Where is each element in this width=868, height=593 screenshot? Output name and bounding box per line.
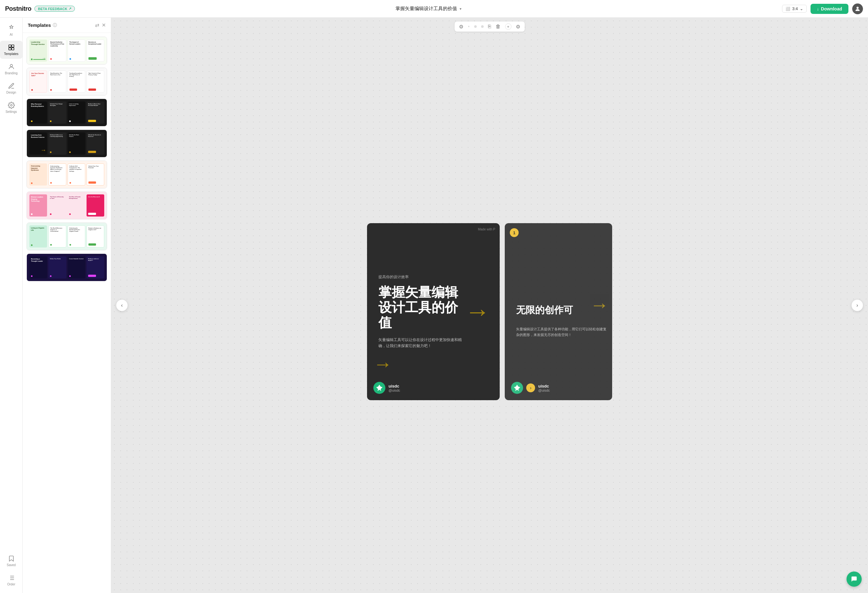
- beta-feedback-button[interactable]: BETA FEEDBACK ↗: [34, 6, 75, 12]
- canvas-slides: Made with P → → 提高你的设计效率 掌握矢量编辑设计工具的价值 矢…: [361, 204, 619, 407]
- logo: Postnitro: [5, 5, 31, 12]
- slide-card-1[interactable]: Made with P → → 提高你的设计效率 掌握矢量编辑设计工具的价值 矢…: [367, 223, 500, 400]
- aspect-value: 3:4: [792, 6, 798, 11]
- chevron-down-icon: ⌄: [800, 6, 803, 11]
- slide-2-user: uisdc @uisdc: [538, 384, 550, 392]
- template-card-4[interactable]: Learning from Business Failures → Embrac…: [27, 130, 107, 157]
- header-left: Postnitro BETA FEEDBACK ↗: [5, 5, 75, 12]
- slide-2-footer: › uisdc @uisdc: [511, 382, 550, 394]
- header-right: ⬜ 3:4 ⌄ ↓ Download: [782, 3, 863, 14]
- copy-icon[interactable]: ⎘: [488, 24, 491, 30]
- sidebar-item-ai[interactable]: AI: [0, 22, 22, 40]
- close-icon[interactable]: ✕: [102, 22, 106, 28]
- download-icon: ↓: [817, 6, 819, 11]
- template-card-2[interactable]: Are Your Secrets Safe? Data Breaches: Th…: [27, 68, 107, 95]
- svg-rect-1: [9, 45, 11, 47]
- chevron-down-icon[interactable]: ▾: [460, 7, 462, 11]
- sidebar-item-saved[interactable]: Saved: [0, 552, 22, 570]
- add-icon[interactable]: +: [505, 24, 511, 30]
- templates-actions: ⇄ ✕: [95, 22, 106, 28]
- slide-1-title: 掌握矢量编辑设计工具的价值: [378, 285, 462, 331]
- sidebar-item-templates[interactable]: Templates: [0, 41, 22, 59]
- slide-1-footer: uisdc @uisdc: [373, 382, 400, 394]
- templates-list: Leadership Through Service → Beyond Auth…: [23, 33, 111, 593]
- slide-2-body: 矢量编辑设计工具提供了各种功能，用它们可以轻松创建复杂的图形，来发掘无尽的创造空…: [516, 327, 609, 337]
- download-button[interactable]: ↓ Download: [810, 4, 849, 14]
- aspect-icon: ⬜: [785, 7, 790, 11]
- external-link-icon: ↗: [69, 7, 71, 11]
- sidebar-icons: AI Templates Branding Design Settings Sa…: [0, 18, 23, 593]
- chat-bubble-button[interactable]: [846, 571, 862, 587]
- templates-header: Templates ⓘ ⇄ ✕: [23, 18, 111, 33]
- next-slide-button[interactable]: ›: [852, 300, 863, 311]
- template-card-3[interactable]: Why Personal Branding Matters Unleash Yo…: [27, 99, 107, 126]
- slide-1-subtitle: 提高你的设计效率: [378, 274, 462, 280]
- slide-card-2[interactable]: 1 → 无限的创作可 矢量编辑设计工具提供了各种功能，用它们可以轻松创建复杂的图…: [505, 223, 612, 400]
- templates-panel: Templates ⓘ ⇄ ✕ Leadership Through Servi…: [23, 18, 111, 593]
- arrow-right-decoration: →: [465, 297, 490, 326]
- avatar[interactable]: [852, 3, 863, 14]
- templates-title: Templates ⓘ: [28, 22, 57, 28]
- slide-2-title: 无限的创作可: [516, 305, 609, 316]
- svg-point-5: [10, 65, 12, 67]
- slide-2-next-button[interactable]: ›: [526, 383, 535, 392]
- slide-1-avatar: [373, 382, 385, 394]
- template-card-5[interactable]: Overcoming Impostor Syndrome Understandi…: [27, 161, 107, 188]
- canvas-area: ⚙ • ⎘ 🗑 + ⚙ ‹ Made with P → → 提高你的设计效率: [111, 18, 868, 593]
- sidebar-item-design[interactable]: Design: [0, 79, 22, 98]
- sidebar-item-order[interactable]: Order: [0, 571, 22, 589]
- document-title: 掌握矢量编辑设计工具的价值: [396, 6, 457, 12]
- template-card-7[interactable]: Living an Organic Life The Real Differen…: [27, 223, 107, 250]
- dot-1[interactable]: [474, 25, 477, 28]
- main-layout: AI Templates Branding Design Settings Sa…: [0, 18, 868, 593]
- canvas-toolbar: ⚙ • ⎘ 🗑 + ⚙: [455, 22, 525, 32]
- info-icon[interactable]: ⓘ: [53, 22, 57, 28]
- prev-slide-button[interactable]: ‹: [116, 300, 128, 311]
- header: Postnitro BETA FEEDBACK ↗ 掌握矢量编辑设计工具的价值 …: [0, 0, 868, 18]
- svg-rect-4: [11, 48, 13, 50]
- slide-watermark: Made with P: [478, 228, 495, 231]
- template-card-1[interactable]: Leadership Through Service → Beyond Auth…: [27, 37, 107, 65]
- svg-point-6: [10, 104, 12, 106]
- template-card-6[interactable]: Women Leaders Shaping Technology The Pow…: [27, 192, 107, 219]
- svg-point-0: [857, 7, 859, 9]
- filter-icon[interactable]: ⚙: [459, 24, 464, 30]
- slide-1-user: uisdc @uisdc: [388, 384, 400, 392]
- slide-1-body: 矢量编辑工具可以让你在设计过程中更加快速和精确，让我们来探索它的魅力吧！: [378, 337, 462, 349]
- slide-1-content: 提高你的设计效率 掌握矢量编辑设计工具的价值 矢量编辑工具可以让你在设计过程中更…: [378, 223, 462, 400]
- svg-rect-2: [11, 45, 13, 47]
- header-center: 掌握矢量编辑设计工具的价值 ▾: [396, 6, 462, 12]
- slide-2-avatar: [511, 382, 523, 394]
- dot-separator: •: [468, 24, 470, 30]
- sidebar-item-branding[interactable]: Branding: [0, 60, 22, 78]
- sidebar-item-settings[interactable]: Settings: [0, 99, 22, 117]
- dot-2[interactable]: [481, 25, 484, 28]
- template-card-8[interactable]: Becoming a Thought Leader Define Your Ni…: [27, 253, 107, 281]
- delete-icon[interactable]: 🗑: [496, 24, 500, 30]
- svg-rect-3: [9, 48, 11, 50]
- slide-2-content: 无限的创作可 矢量编辑设计工具提供了各种功能，用它们可以轻松创建复杂的图形，来发…: [516, 223, 609, 400]
- settings-icon[interactable]: ⚙: [516, 24, 520, 30]
- shuffle-icon[interactable]: ⇄: [95, 22, 99, 28]
- aspect-ratio-selector[interactable]: ⬜ 3:4 ⌄: [782, 5, 807, 13]
